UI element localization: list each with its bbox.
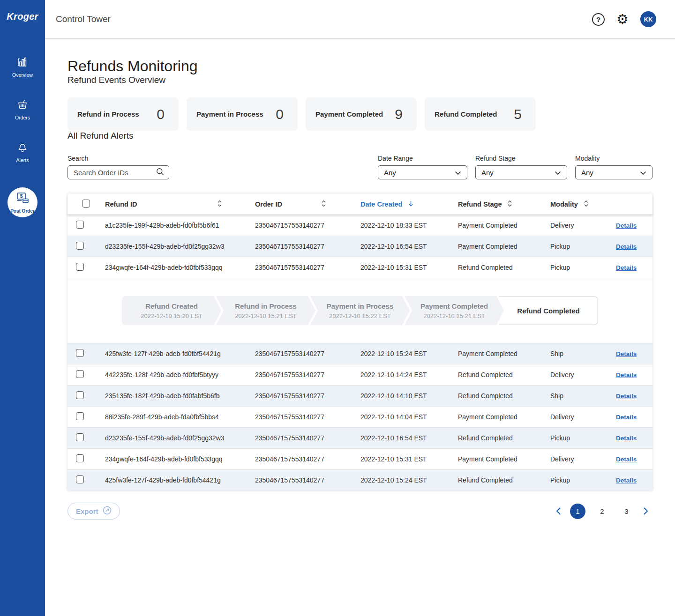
modality-cell: Pickup xyxy=(542,434,608,442)
search-box xyxy=(68,165,169,179)
kroger-logo[interactable]: Kroger xyxy=(7,11,38,22)
order-id-cell: 2350467157553140277 xyxy=(247,434,352,442)
refund-id-cell: 235135fe-182f-429b-adeb-fd0fabf5b6fb xyxy=(97,392,247,400)
sort-desc-arrow-icon[interactable] xyxy=(408,200,414,208)
column-header-refund-stage[interactable]: Refund Stage xyxy=(458,200,502,208)
modality-cell: Pickup xyxy=(542,243,608,250)
page-button-2[interactable]: 2 xyxy=(594,504,610,519)
details-link[interactable]: Details xyxy=(616,477,637,484)
date-created-cell: 2022-12-10 16:54 EST xyxy=(352,243,450,250)
card-value: 9 xyxy=(395,106,403,122)
search-icon[interactable] xyxy=(156,168,164,178)
search-label: Search xyxy=(68,155,169,162)
refund-id-cell: a1c235fe-199f-429b-adeb-fd0fbf5b6f61 xyxy=(97,222,247,229)
details-link[interactable]: Details xyxy=(616,393,637,400)
modality-cell: Ship xyxy=(542,392,608,400)
sidebar-item-post-order[interactable]: $ Post Order xyxy=(8,187,38,217)
column-header-refund-id[interactable]: Refund ID xyxy=(105,200,137,208)
avatar[interactable]: KK xyxy=(640,11,656,27)
timeline-step: Refund Completed xyxy=(499,296,598,325)
date-range-select[interactable]: Any xyxy=(378,165,467,179)
refund-stage-value: Any xyxy=(481,169,494,177)
card-value: 5 xyxy=(514,106,522,122)
next-page-icon[interactable] xyxy=(643,507,649,515)
search-input[interactable] xyxy=(73,168,156,177)
row-checkbox[interactable] xyxy=(76,412,84,420)
row-checkbox[interactable] xyxy=(76,454,84,462)
select-all-checkbox[interactable] xyxy=(82,200,90,208)
date-range-filter: Date Range Any xyxy=(378,155,467,179)
timeline-step-label: Refund in Process xyxy=(235,302,297,310)
row-checkbox[interactable] xyxy=(76,221,84,229)
table-row[interactable]: 234gwqfe-164f-429b-adeb-fd0fbf533gqq 235… xyxy=(68,257,652,278)
date-created-cell: 2022-12-10 15:31 EST xyxy=(352,455,450,463)
refund-stage-cell: Payment Completed xyxy=(450,243,542,250)
date-created-cell: 2022-12-10 15:24 EST xyxy=(352,350,450,357)
sort-icon[interactable] xyxy=(507,200,512,209)
table-row[interactable]: 88i235fe-289f-429b-adeb-fda0fbf5bbs4 235… xyxy=(68,406,652,427)
modality-cell: Ship xyxy=(542,350,608,357)
sort-icon[interactable] xyxy=(321,200,326,209)
details-link[interactable]: Details xyxy=(616,371,637,379)
column-header-date-created[interactable]: Date Created xyxy=(360,200,402,208)
details-link[interactable]: Details xyxy=(616,435,637,442)
overview-heading: Refund Events Overview xyxy=(68,75,652,85)
summary-card-payment-in-process: Payment in Process 0 xyxy=(187,97,298,131)
details-link[interactable]: Details xyxy=(616,414,637,421)
table-row[interactable]: 425fw3fe-127f-429b-adeb-fd0fbf54421g 235… xyxy=(68,343,652,364)
previous-page-icon[interactable] xyxy=(555,507,561,515)
row-checkbox[interactable] xyxy=(76,475,84,483)
card-value: 0 xyxy=(276,106,284,122)
sort-icon[interactable] xyxy=(217,200,222,209)
pagination: 1 2 3 xyxy=(555,504,649,519)
details-link[interactable]: Details xyxy=(616,264,637,271)
card-label: Payment in Process xyxy=(196,110,263,118)
dropdown-group: Date Range Any Refund Stage Any xyxy=(378,155,652,179)
row-checkbox[interactable] xyxy=(76,370,84,378)
timeline-step: Refund Created 2022-12-10 15:20 EST xyxy=(122,296,221,325)
details-link[interactable]: Details xyxy=(616,456,637,463)
table-row[interactable]: 425fw3fe-127f-429b-adeb-fd0fbf54421g 235… xyxy=(68,469,652,490)
timeline-step-date: 2022-12-10 15:20 EST xyxy=(141,312,202,319)
details-link[interactable]: Details xyxy=(616,350,637,357)
row-checkbox[interactable] xyxy=(76,391,84,399)
page-button-3[interactable]: 3 xyxy=(619,504,634,519)
row-checkbox[interactable] xyxy=(76,242,84,250)
details-link[interactable]: Details xyxy=(616,243,637,250)
table-row[interactable]: d23235fe-155f-429b-adeb-fd0f25gg32w3 235… xyxy=(68,236,652,257)
sidebar-item-orders[interactable]: Orders xyxy=(15,98,30,120)
gear-icon[interactable]: ⚙ xyxy=(616,13,629,26)
modality-label: Modality xyxy=(575,155,652,162)
refund-stage-select[interactable]: Any xyxy=(475,165,567,179)
order-id-cell: 2350467157553140277 xyxy=(247,243,352,250)
page-button-1[interactable]: 1 xyxy=(570,504,585,519)
sidebar-item-alerts[interactable]: Alerts xyxy=(16,141,29,163)
export-button[interactable]: Export xyxy=(68,503,120,520)
row-checkbox[interactable] xyxy=(76,433,84,441)
refund-alerts-table: Refund ID Order ID xyxy=(68,193,652,490)
refund-stage-cell: Refund Completed xyxy=(450,371,542,379)
refund-id-cell: d23235fe-155f-429b-adeb-fd0f25gg32w3 xyxy=(97,243,247,250)
refund-id-cell: 425fw3fe-127f-429b-adeb-fd0fbf54421g xyxy=(97,350,247,357)
help-icon[interactable]: ? xyxy=(592,13,605,26)
column-header-order-id[interactable]: Order ID xyxy=(255,200,282,208)
row-checkbox[interactable] xyxy=(76,263,84,271)
table-row[interactable]: 234gwqfe-164f-429b-adeb-fd0fbf533gqq 235… xyxy=(68,448,652,469)
modality-value: Any xyxy=(581,169,593,177)
table-row[interactable]: 442235fe-128f-429b-adeb-fd0fbf5btyyy 235… xyxy=(68,364,652,385)
refund-id-cell: 442235fe-128f-429b-adeb-fd0fbf5btyyy xyxy=(97,371,247,379)
table-row[interactable]: 235135fe-182f-429b-adeb-fd0fabf5b6fb 235… xyxy=(68,385,652,406)
details-link[interactable]: Details xyxy=(616,222,637,229)
card-label: Refund Completed xyxy=(435,110,497,118)
sort-icon[interactable] xyxy=(584,200,589,209)
order-id-cell: 2350467157553140277 xyxy=(247,413,352,421)
modality-select[interactable]: Any xyxy=(575,165,652,179)
page-title: Refunds Monitoring xyxy=(68,58,652,75)
table-row[interactable]: d23235fe-155f-429b-adeb-fd0f25gg32w3 235… xyxy=(68,427,652,448)
refund-stage-cell: Payment Completed xyxy=(450,350,542,357)
table-row[interactable]: a1c235fe-199f-429b-adeb-fd0fbf5b6f61 235… xyxy=(68,215,652,236)
row-checkbox[interactable] xyxy=(76,349,84,357)
timeline-steps: Refund Created 2022-12-10 15:20 EST Refu… xyxy=(122,296,598,325)
sidebar-item-overview[interactable]: Overview xyxy=(12,56,33,78)
column-header-modality[interactable]: Modality xyxy=(550,200,578,208)
